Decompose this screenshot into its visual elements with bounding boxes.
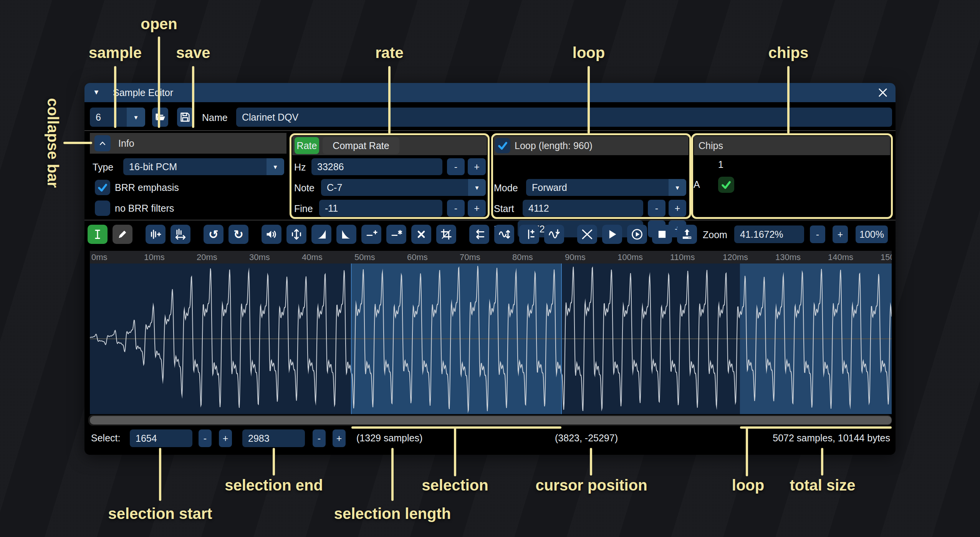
name-field[interactable]: Clarinet DQV xyxy=(236,108,892,127)
trim-button[interactable] xyxy=(436,225,456,244)
selection-start-decrease-button[interactable]: - xyxy=(199,429,212,447)
redo-button[interactable]: ↻ xyxy=(228,225,248,244)
fade-in-button[interactable] xyxy=(311,225,331,244)
chevron-down-icon[interactable]: ▼ xyxy=(468,179,486,196)
timeline-tick: 0ms xyxy=(91,252,108,262)
import-button[interactable] xyxy=(677,225,697,244)
filter-icon xyxy=(548,228,561,241)
import-icon xyxy=(680,228,694,241)
loop-mode-dropdown[interactable]: Forward ▼ xyxy=(526,179,686,196)
cursor-position-text: (3823, -25297) xyxy=(555,433,618,444)
preview-loop-button[interactable] xyxy=(627,225,647,244)
preview-button[interactable] xyxy=(602,225,622,244)
selection-end-field[interactable]: 2983 xyxy=(242,429,305,447)
loop-start-field[interactable]: 4112 xyxy=(523,200,643,217)
timeline-tick: 70ms xyxy=(460,252,480,262)
hz-decrease-button[interactable]: - xyxy=(447,158,465,175)
delete-button[interactable] xyxy=(411,225,431,244)
fine-increase-button[interactable]: + xyxy=(468,200,486,217)
timeline-tick: 110ms xyxy=(670,252,695,262)
no-brr-filters-label: no BRR filters xyxy=(115,203,174,214)
fade-in-icon xyxy=(315,228,328,241)
fine-decrease-button[interactable]: - xyxy=(447,200,465,217)
loop-enable-checkbox[interactable] xyxy=(495,138,510,153)
draw-tool-button[interactable] xyxy=(113,225,132,244)
type-dropdown[interactable]: 16-bit PCM ▼ xyxy=(123,158,284,175)
info-collapse-button[interactable] xyxy=(94,135,111,151)
no-brr-filters-checkbox[interactable] xyxy=(95,201,110,216)
brr-emphasis-checkbox[interactable] xyxy=(95,180,110,195)
undo-button[interactable]: ↺ xyxy=(204,225,223,244)
divider xyxy=(84,130,896,131)
annotation-rate: rate xyxy=(375,44,403,61)
hz-field[interactable]: 33286 xyxy=(311,158,442,175)
note-dropdown[interactable]: C-7 ▼ xyxy=(321,179,486,196)
normalize-button[interactable] xyxy=(286,225,306,244)
zoom-in-button[interactable]: + xyxy=(833,225,848,243)
chip-a-checkbox[interactable] xyxy=(718,177,734,193)
apply-silence-button[interactable] xyxy=(386,225,406,244)
filter-button[interactable] xyxy=(544,225,564,244)
annotation-sample: sample xyxy=(89,44,142,61)
insert-silence-icon xyxy=(365,228,378,241)
zoom-out-button[interactable]: - xyxy=(810,225,825,243)
selection-end-increase-button[interactable]: + xyxy=(333,429,346,447)
timeline-tick: 30ms xyxy=(249,252,270,262)
chevron-down-icon[interactable]: ▼ xyxy=(669,179,686,196)
hz-increase-button[interactable]: + xyxy=(468,158,486,175)
save-sample-button[interactable] xyxy=(177,108,193,127)
annotation-selection: selection xyxy=(422,477,488,494)
selection-end-decrease-button[interactable]: - xyxy=(313,429,326,447)
open-sample-button[interactable] xyxy=(152,108,168,127)
tab-compat-rate-label: Compat Rate xyxy=(333,140,389,151)
fade-out-button[interactable] xyxy=(336,225,356,244)
timeline-tick: 50ms xyxy=(354,252,375,262)
amplify-button[interactable] xyxy=(262,225,281,244)
annotation-total-size: total size xyxy=(790,477,855,494)
chevron-down-icon[interactable]: ▼ xyxy=(127,108,145,127)
stop-button[interactable] xyxy=(652,225,672,244)
total-size-text: 5072 samples, 10144 bytes xyxy=(699,433,890,444)
sample-toolbar: ↺↻ xyxy=(88,225,702,244)
invert-icon xyxy=(498,228,511,241)
callout-line-selection-length xyxy=(391,448,394,501)
timeline-tick: 120ms xyxy=(723,252,748,262)
selection-bracket xyxy=(351,426,561,429)
zoom-field[interactable]: 41.1672% xyxy=(734,225,804,243)
callout-line-sample xyxy=(114,66,116,128)
timeline-ruler: 0ms10ms20ms30ms40ms50ms60ms70ms80ms90ms1… xyxy=(90,251,892,264)
window-collapse-triangle-icon[interactable]: ▼ xyxy=(93,89,100,96)
name-label: Name xyxy=(202,112,228,123)
folder-open-icon xyxy=(154,111,166,123)
selection-start-increase-button[interactable]: + xyxy=(219,429,232,447)
close-button[interactable] xyxy=(876,86,889,99)
select-tool-button[interactable] xyxy=(88,225,108,244)
zoom-value: 41.1672% xyxy=(740,229,783,240)
waveform-view[interactable] xyxy=(90,264,892,414)
insert-silence-button[interactable] xyxy=(361,225,381,244)
invert-button[interactable] xyxy=(494,225,514,244)
stop-icon xyxy=(656,228,669,241)
resample-button[interactable] xyxy=(171,225,190,244)
fine-field[interactable]: -11 xyxy=(319,200,442,217)
select-tool-icon xyxy=(91,228,104,241)
tab-compat-rate[interactable]: Compat Rate xyxy=(323,137,399,154)
check-icon xyxy=(720,179,732,191)
redo-icon: ↻ xyxy=(233,229,243,240)
apply-silence-icon xyxy=(390,228,403,241)
signed-unsigned-button[interactable] xyxy=(519,225,539,244)
waveform-scrollbar-thumb[interactable] xyxy=(90,416,892,424)
reverse-button[interactable] xyxy=(469,225,489,244)
chevron-down-icon[interactable]: ▼ xyxy=(267,158,284,175)
sample-select-dropdown[interactable]: 6 ▼ xyxy=(90,108,145,127)
zoom-reset-button[interactable]: 100% xyxy=(856,225,888,243)
loop-start-decrease-button[interactable]: - xyxy=(648,200,665,217)
crossfade-button[interactable] xyxy=(577,225,597,244)
selection-start-value: 1654 xyxy=(136,433,157,444)
timeline-tick: 140ms xyxy=(828,252,853,262)
tab-rate[interactable]: Rate xyxy=(295,137,319,154)
selection-start-field[interactable]: 1654 xyxy=(130,429,192,447)
callout-line-save xyxy=(192,66,194,128)
loop-start-increase-button[interactable]: + xyxy=(669,200,686,217)
resize-button[interactable] xyxy=(146,225,166,244)
